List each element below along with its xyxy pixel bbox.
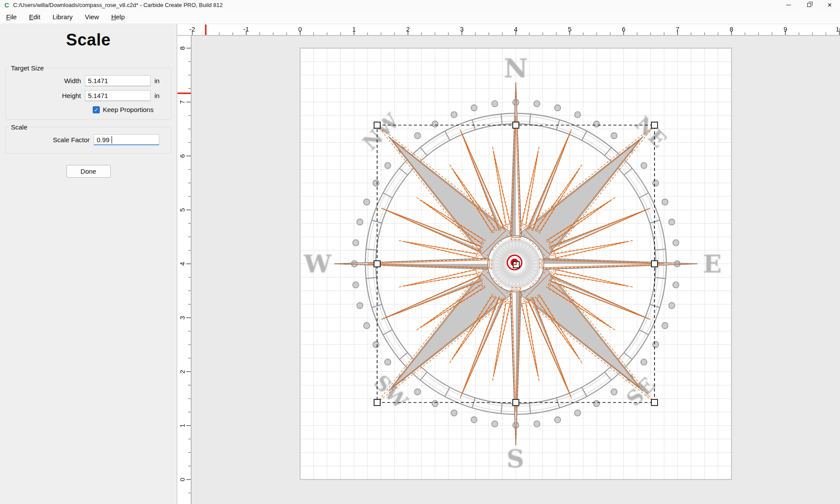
selection-handle[interactable] <box>651 122 658 128</box>
svg-text:6: 6 <box>178 154 186 158</box>
scale-group: Scale Scale Factor <box>5 127 172 154</box>
svg-text:3: 3 <box>460 25 464 33</box>
selection-handle[interactable] <box>374 122 380 128</box>
width-label: Width <box>9 77 85 84</box>
svg-text:0: 0 <box>298 25 302 33</box>
selection-handle[interactable] <box>513 122 519 128</box>
text-caret <box>112 136 112 144</box>
done-button[interactable]: Done <box>66 165 111 178</box>
svg-text:4: 4 <box>514 25 518 33</box>
scale-factor-input[interactable] <box>94 134 159 145</box>
menu-item-file[interactable]: File <box>0 11 23 23</box>
width-unit: in <box>154 77 160 84</box>
svg-text:2: 2 <box>178 370 186 373</box>
svg-text:E: E <box>703 249 722 278</box>
selection-handle[interactable] <box>513 399 519 406</box>
svg-text:3: 3 <box>178 316 186 319</box>
menu-item-edit[interactable]: Edit <box>23 11 46 23</box>
panel-title: Scale <box>5 31 172 49</box>
svg-text:0: 0 <box>178 478 186 481</box>
menu-item-view[interactable]: View <box>79 11 105 23</box>
window-title: C:/Users/willa/Downloads/compass_rose_v8… <box>13 2 223 8</box>
restore-icon <box>807 3 811 7</box>
target-size-group-label: Target Size <box>9 64 46 72</box>
selection-handle[interactable] <box>374 399 380 406</box>
target-size-group: Target Size Width in Height in ✓ Keep Pr… <box>5 68 172 120</box>
scale-panel: Scale Target Size Width in Height in ✓ K… <box>0 24 177 504</box>
scale-factor-label: Scale Factor <box>9 136 94 144</box>
svg-text:8: 8 <box>730 25 733 33</box>
menu-item-library[interactable]: Library <box>46 11 79 23</box>
svg-text:1: 1 <box>178 424 186 427</box>
close-button[interactable]: ✕ <box>819 0 840 10</box>
svg-text:9: 9 <box>784 25 787 33</box>
height-unit: in <box>154 92 160 99</box>
selection-handle[interactable] <box>651 399 658 406</box>
keep-proportions-checkbox[interactable]: ✓ <box>93 106 100 113</box>
width-row: Width in <box>9 75 168 86</box>
keep-proportions-row: ✓ Keep Proportions <box>9 106 168 113</box>
svg-text:-1: -1 <box>243 25 249 33</box>
minimize-icon <box>786 5 791 5</box>
svg-text:W: W <box>304 249 332 278</box>
svg-text:N: N <box>504 53 528 84</box>
height-row: Height in <box>9 90 168 101</box>
selection-handle[interactable] <box>374 261 380 267</box>
svg-text:7: 7 <box>676 25 679 33</box>
window-controls: ✕ <box>778 0 840 10</box>
menubar: FileEditLibraryViewHelp <box>0 10 840 24</box>
keep-proportions-label: Keep Proportions <box>103 106 154 113</box>
height-input[interactable] <box>85 90 150 101</box>
design-canvas[interactable]: NESWNESESWNW-2-1012345678910876543210 <box>177 24 840 504</box>
svg-text:S: S <box>507 444 524 473</box>
titlebar: C C:/Users/willa/Downloads/compass_rose_… <box>0 0 840 10</box>
close-icon: ✕ <box>827 2 832 8</box>
svg-text:2: 2 <box>406 25 410 33</box>
scale-factor-row: Scale Factor <box>9 134 168 145</box>
svg-text:1: 1 <box>352 25 356 33</box>
svg-text:5: 5 <box>568 25 571 33</box>
minimize-button[interactable] <box>778 0 799 10</box>
svg-text:-2: -2 <box>189 25 195 33</box>
scale-group-label: Scale <box>9 123 29 131</box>
svg-text:8: 8 <box>178 46 186 50</box>
width-input[interactable] <box>85 75 150 86</box>
svg-text:4: 4 <box>178 262 186 266</box>
menu-item-help[interactable]: Help <box>105 11 131 23</box>
svg-text:6: 6 <box>622 25 625 33</box>
svg-text:5: 5 <box>178 208 186 212</box>
app-logo-icon: C <box>4 2 10 8</box>
svg-text:7: 7 <box>178 100 186 104</box>
svg-text:10: 10 <box>836 25 840 33</box>
height-label: Height <box>9 92 85 99</box>
restore-button[interactable] <box>799 0 819 10</box>
selection-handle[interactable] <box>651 261 658 267</box>
